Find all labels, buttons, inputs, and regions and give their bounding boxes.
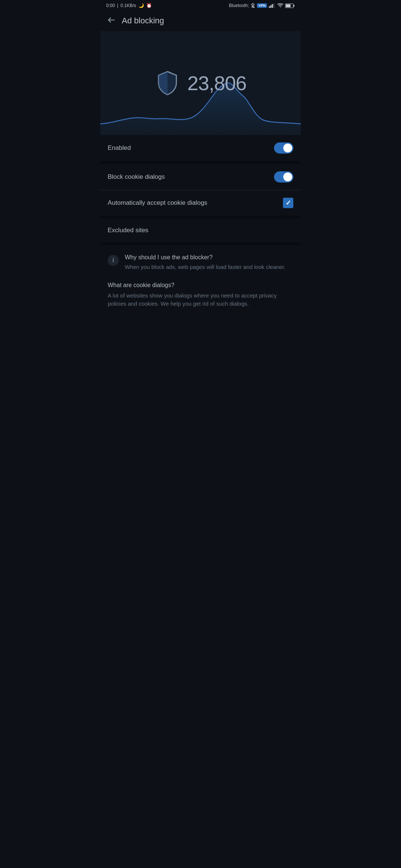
info-desc-why-ad-blocker: When you block ads, web pages will load …	[125, 263, 293, 272]
enabled-toggle-knob	[283, 144, 292, 152]
separator: |	[117, 3, 118, 8]
enabled-row: Enabled	[100, 135, 301, 161]
hero-section: 23,806	[100, 31, 301, 135]
settings-section: Enabled Block cookie dialogs Automatical…	[100, 135, 301, 326]
page-title: Ad blocking	[122, 16, 164, 26]
status-right: Bluetooth; VPN	[229, 3, 295, 8]
hero-content: 23,806	[154, 70, 246, 96]
moon-icon: 🌙	[138, 3, 144, 8]
svg-rect-7	[286, 4, 291, 7]
speed: 0.1KB/s	[120, 3, 136, 8]
back-button[interactable]	[107, 16, 116, 26]
info-title-why-ad-blocker: Why should I use the ad blocker?	[125, 254, 293, 261]
status-bar: 0:00 | 0.1KB/s 🌙 ⏰ Bluetooth; VPN	[100, 0, 301, 10]
section-divider-2	[100, 216, 301, 218]
header: Ad blocking	[100, 10, 301, 31]
info-section: i Why should I use the ad blocker? When …	[100, 245, 301, 326]
shield-icon	[154, 70, 180, 96]
auto-accept-cookie-label: Automatically accept cookie dialogs	[108, 199, 207, 207]
info-title-cookie-dialogs: What are cookie dialogs?	[108, 282, 293, 289]
auto-accept-checkbox[interactable]: ✓	[283, 198, 293, 208]
info-text-why-ad-blocker: Why should I use the ad blocker? When yo…	[125, 254, 293, 272]
block-cookie-toggle-knob	[283, 172, 292, 181]
vpn-badge: VPN	[257, 3, 267, 8]
info-item-why-ad-blocker: i Why should I use the ad blocker? When …	[108, 254, 293, 272]
auto-accept-cookie-row: Automatically accept cookie dialogs ✓	[100, 190, 301, 216]
block-cookie-row: Block cookie dialogs	[100, 164, 301, 190]
blocked-count: 23,806	[187, 72, 246, 95]
info-circle-icon: i	[113, 257, 114, 264]
section-divider-1	[100, 161, 301, 164]
svg-rect-2	[270, 5, 271, 8]
bluetooth-icon	[251, 3, 255, 8]
wifi-icon	[277, 3, 283, 8]
block-cookie-toggle[interactable]	[274, 171, 293, 183]
bluetooth-icon: Bluetooth;	[229, 3, 249, 8]
info-icon: i	[108, 255, 119, 266]
status-left: 0:00 | 0.1KB/s 🌙 ⏰	[106, 3, 152, 8]
excluded-sites-label: Excluded sites	[108, 227, 149, 234]
svg-rect-4	[273, 3, 274, 8]
enabled-label: Enabled	[108, 144, 131, 152]
block-cookie-label: Block cookie dialogs	[108, 173, 165, 181]
info-item-cookie-dialogs: What are cookie dialogs? A lot of websit…	[108, 282, 293, 308]
svg-rect-3	[272, 4, 273, 8]
time: 0:00	[106, 3, 115, 8]
section-divider-3	[100, 242, 301, 245]
info-desc-cookie-dialogs: A lot of websites show you dialogs where…	[108, 292, 293, 308]
excluded-sites-row[interactable]: Excluded sites	[100, 218, 301, 242]
alarm-icon: ⏰	[146, 3, 152, 8]
battery-icon	[285, 3, 295, 8]
signal-icon	[269, 3, 276, 8]
checkmark-icon: ✓	[286, 199, 291, 207]
enabled-toggle[interactable]	[274, 142, 293, 154]
svg-rect-6	[294, 5, 295, 7]
svg-rect-1	[269, 6, 270, 8]
